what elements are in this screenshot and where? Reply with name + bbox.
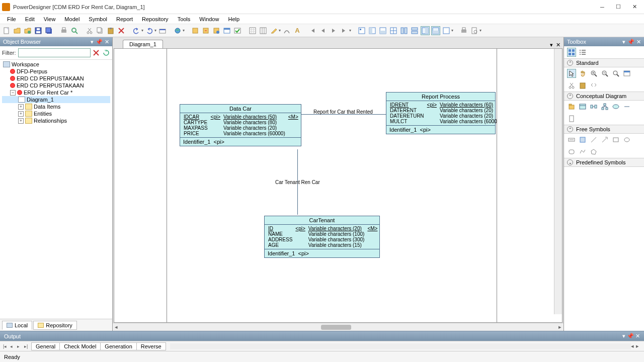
line-tool-icon[interactable] — [589, 135, 598, 144]
generate2-icon[interactable] — [201, 26, 210, 35]
relationship-icon[interactable] — [589, 102, 598, 111]
tree-model[interactable]: ERD CD PERPUSTAKAAN — [2, 82, 110, 89]
zoom-out-icon[interactable] — [600, 69, 609, 78]
nav-next-icon[interactable] — [329, 26, 338, 35]
layout7-icon[interactable] — [421, 26, 430, 35]
menu-help[interactable]: Help — [224, 15, 244, 23]
layout8-icon[interactable] — [431, 26, 440, 35]
grid-icon[interactable] — [248, 26, 257, 35]
menu-repository[interactable]: Repository — [138, 15, 173, 23]
relationship-label[interactable]: Report for Car that Rented — [313, 109, 373, 115]
output-tab-generation[interactable]: Generation — [101, 342, 136, 350]
section-conceptual[interactable]: ⌃Conceptual Diagram — [564, 92, 644, 101]
arrow-icon[interactable] — [600, 135, 609, 144]
output-tab-check[interactable]: Check Model — [60, 342, 101, 350]
polyline-icon[interactable] — [578, 147, 587, 156]
output-tab-reverse[interactable]: Reverse — [137, 342, 166, 350]
panel-pin-icon[interactable]: 📌 — [627, 333, 634, 339]
relationship-label[interactable]: Car Tenant Ren Car — [275, 179, 320, 185]
generate3-icon[interactable] — [212, 26, 221, 35]
paste2-icon[interactable] — [578, 81, 587, 90]
cut2-icon[interactable] — [567, 81, 576, 90]
panel-pin-icon[interactable]: 📌 — [96, 39, 103, 45]
scroll-right-icon[interactable]: ▸ — [636, 343, 639, 349]
package-icon[interactable] — [567, 102, 576, 111]
tree-diagram[interactable]: Diagram_1 — [2, 96, 110, 103]
layout4-icon[interactable] — [389, 26, 398, 35]
properties2-icon[interactable] — [622, 69, 631, 78]
list-view-icon[interactable] — [578, 48, 587, 57]
title-icon[interactable] — [567, 135, 576, 144]
menu-window[interactable]: Window — [195, 15, 223, 23]
tree-folder[interactable]: +Relationships — [2, 117, 110, 124]
pencil-icon[interactable] — [269, 26, 278, 35]
entity-data-car[interactable]: Data Car IDCAR<pi>Variable characters (5… — [180, 104, 301, 146]
rounded-rect-icon[interactable] — [567, 147, 576, 156]
layout5-icon[interactable] — [399, 26, 409, 35]
paste-icon[interactable] — [106, 26, 115, 35]
window-icon[interactable] — [222, 26, 231, 35]
tab-repository[interactable]: Repository — [33, 321, 77, 330]
entity-report-process[interactable]: Report Process IDRENT<pi>Variable charac… — [386, 92, 496, 134]
find-icon[interactable] — [70, 26, 79, 35]
redo-icon[interactable] — [145, 26, 154, 35]
diagram-canvas[interactable]: Data Car IDCAR<pi>Variable characters (5… — [114, 48, 562, 323]
tab-nav-first-icon[interactable]: |◂ — [3, 344, 10, 349]
menu-view[interactable]: View — [40, 15, 60, 23]
inheritance-icon[interactable] — [600, 102, 609, 111]
check-icon[interactable] — [233, 26, 242, 35]
print-icon[interactable] — [59, 26, 68, 35]
panel-close-icon[interactable]: ✕ — [635, 333, 640, 339]
entity-car-tenant[interactable]: CarTenant ID<pi>Variable characters (20)… — [264, 216, 380, 258]
tab-menu-icon[interactable]: ▾ — [550, 42, 553, 48]
tree-folder[interactable]: +Entities — [2, 110, 110, 117]
panel-dropdown-icon[interactable]: ▾ — [91, 39, 94, 45]
preview-icon[interactable] — [470, 26, 479, 35]
menu-report[interactable]: Report — [112, 15, 137, 23]
new-icon[interactable] — [2, 26, 11, 35]
scroll-left-icon[interactable]: ◂ — [631, 343, 634, 349]
layout1-icon[interactable] — [357, 26, 366, 35]
tab-local[interactable]: Local — [2, 321, 32, 330]
menu-file[interactable]: File — [3, 15, 20, 23]
layout9-icon[interactable] — [442, 26, 451, 35]
clear-filter-icon[interactable] — [93, 49, 101, 57]
minimize-button[interactable]: ─ — [599, 4, 606, 11]
rectangle-icon[interactable] — [611, 135, 620, 144]
polygon-icon[interactable] — [589, 147, 598, 156]
tab-diagram[interactable]: Diagram_1 — [123, 40, 163, 48]
tab-close-icon[interactable]: ✕ — [556, 42, 560, 48]
tab-nav-last-icon[interactable]: ▸| — [24, 344, 31, 349]
vertical-scrollbar[interactable] — [554, 49, 562, 314]
undo-icon[interactable] — [132, 26, 141, 35]
nav-prev-icon[interactable] — [318, 26, 328, 35]
save-all-icon[interactable] — [44, 26, 53, 35]
pointer-icon[interactable] — [567, 69, 576, 78]
filter-input[interactable] — [18, 48, 91, 57]
note-icon[interactable] — [578, 135, 587, 144]
refresh-icon[interactable] — [102, 49, 110, 57]
tree-model[interactable]: ERD CD PERPUSTAKAAN — [2, 75, 110, 82]
layout2-icon[interactable] — [368, 26, 377, 35]
spline-icon[interactable] — [282, 26, 291, 35]
globe-icon[interactable] — [173, 26, 182, 35]
open-icon[interactable] — [13, 26, 22, 35]
maximize-button[interactable]: ☐ — [615, 4, 622, 11]
expand-icon[interactable] — [589, 81, 598, 90]
nav-last-icon[interactable] — [340, 26, 349, 35]
menu-edit[interactable]: Edit — [21, 15, 39, 23]
tree-model[interactable]: DFD-Perpus — [2, 68, 110, 75]
menu-tools[interactable]: Tools — [174, 15, 195, 23]
tree-model[interactable]: −ERD For Rent Car * — [2, 89, 110, 96]
properties-icon[interactable] — [158, 26, 167, 35]
cut-icon[interactable] — [85, 26, 94, 35]
grid-view-icon[interactable] — [567, 48, 576, 57]
generate-icon[interactable] — [191, 26, 200, 35]
nav-first-icon[interactable] — [308, 26, 317, 35]
text-icon[interactable]: A — [293, 26, 302, 35]
copy-icon[interactable] — [96, 26, 105, 35]
menu-model[interactable]: Model — [60, 15, 84, 23]
panel-dropdown-icon[interactable]: ▾ — [622, 333, 625, 339]
menu-symbol[interactable]: Symbol — [85, 15, 111, 23]
delete-icon[interactable] — [117, 26, 126, 35]
